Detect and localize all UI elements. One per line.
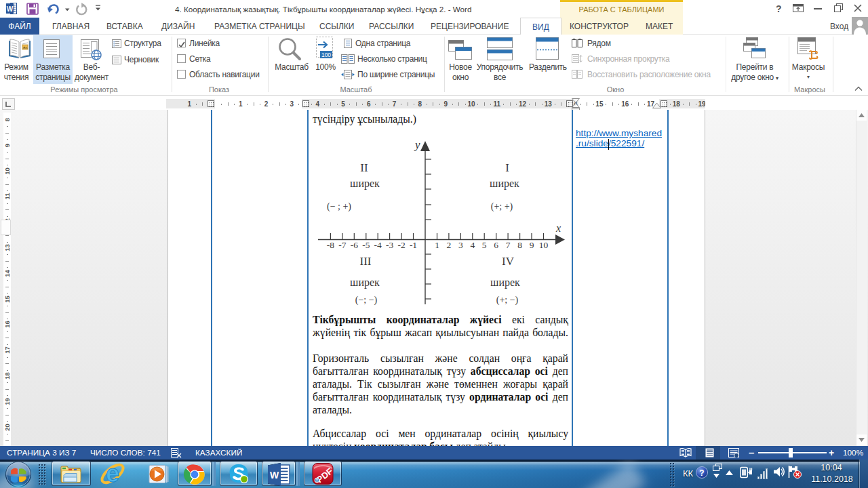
svg-text:8: 8 [517,240,522,250]
svg-text:5: 5 [482,240,487,250]
svg-text:10: 10 [539,240,549,250]
svg-text:ширек: ширек [350,178,380,190]
svg-text:-5: -5 [362,240,370,250]
svg-text:y: y [414,138,420,151]
svg-text:4: 4 [470,240,475,250]
svg-text:e: e [106,461,119,487]
svg-text:-8: -8 [327,240,334,250]
svg-text:-7: -7 [338,240,346,250]
svg-text:ширек: ширек [490,178,519,190]
svg-text:6: 6 [494,240,498,250]
svg-text:ширек: ширек [490,277,520,289]
svg-text:(+; −): (+; −) [496,295,519,306]
svg-text:1: 1 [435,240,439,250]
svg-text:(+; +): (+; +) [491,201,513,212]
svg-text:-2: -2 [397,240,405,250]
svg-text:7: 7 [506,240,511,250]
svg-text:-1: -1 [410,240,417,250]
svg-text:(− ; +): (− ; +) [327,201,351,212]
svg-text:W: W [7,5,14,13]
svg-text:9: 9 [530,240,534,250]
svg-text:IV: IV [502,255,515,268]
svg-text:3: 3 [458,240,463,250]
svg-text:100: 100 [321,52,331,58]
svg-text:I: I [505,161,509,174]
svg-text:-6: -6 [351,240,358,250]
svg-text:(−; −): (−; −) [355,295,378,306]
svg-text:-4: -4 [374,240,382,250]
svg-text:-3: -3 [386,240,393,250]
svg-text:III: III [360,255,372,268]
svg-text:W: W [270,470,279,481]
svg-text:II: II [360,161,368,174]
svg-text:x: x [555,222,561,234]
svg-text:ширек: ширек [350,277,380,289]
svg-text:2: 2 [447,240,452,250]
svg-text:?: ? [699,468,704,478]
